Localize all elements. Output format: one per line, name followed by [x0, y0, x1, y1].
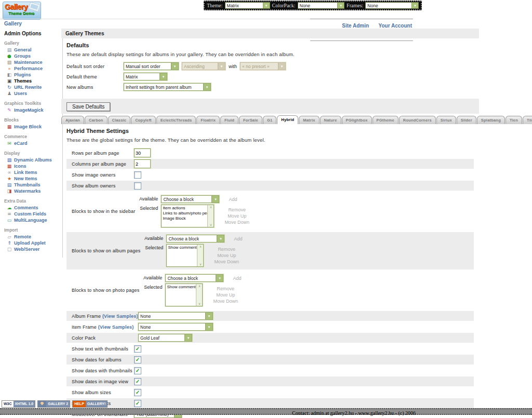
help-gallery-badge[interactable]: HELP GALLERY! — [72, 400, 108, 408]
sidebar-item-new-items[interactable]: ★New Items — [4, 176, 59, 182]
listbox-option[interactable]: Show comments — [168, 245, 196, 250]
move-up-button[interactable]: Move Up — [228, 213, 246, 219]
tab-floatrix[interactable]: Floatrix — [196, 116, 220, 124]
tab-splatbang[interactable]: Splatbang — [477, 116, 505, 124]
sidebar-item-upload-applet[interactable]: ⇑Upload Applet — [4, 240, 59, 246]
tab-forsale[interactable]: ForSale — [239, 116, 262, 124]
sidebar-item-dynamic-albums[interactable]: ▧Dynamic Albums — [4, 157, 59, 163]
color-pack-select[interactable]: Gold Leaf — [138, 334, 192, 342]
frames-select[interactable]: None — [365, 2, 419, 9]
gallery2-badge[interactable]: GALLERY 2 — [37, 400, 70, 408]
move-down-button[interactable]: Move Down — [224, 220, 249, 225]
sidebar-item-url-rewrite[interactable]: ↻URL Rewrite — [4, 84, 59, 90]
tab-g1[interactable]: G1 — [263, 116, 276, 124]
show-image-owners-checkbox[interactable] — [134, 171, 141, 179]
tab-roundcorners[interactable]: RoundCorners — [399, 116, 436, 124]
sidebar-item-watermarks[interactable]: ◨Watermarks — [4, 188, 59, 194]
selected-blocks-listbox[interactable]: Show comments — [165, 284, 203, 306]
move-up-button[interactable]: Move Up — [216, 292, 235, 298]
tab-fluid[interactable]: Fluid — [220, 116, 238, 124]
dropdown-arrow-icon — [171, 63, 178, 70]
site-admin-link[interactable]: Site Admin — [342, 23, 369, 29]
rows-per-page-input[interactable] — [134, 149, 151, 157]
sidebar-item-plugins[interactable]: ◧Plugins — [4, 72, 59, 78]
selected-blocks-listbox[interactable]: Show comments — [166, 244, 204, 267]
tab-tile[interactable]: Tile — [523, 116, 532, 124]
listbox-scrollbar[interactable] — [207, 205, 214, 227]
show-album-owners-checkbox[interactable] — [134, 182, 141, 190]
sidebar-item-custom-fields[interactable]: ≡Custom Fields — [4, 211, 59, 217]
add-button[interactable]: Add — [234, 235, 242, 241]
sidebar-item-multilanguage[interactable]: ▭MultiLanguage — [4, 217, 59, 223]
sidebar-item-comments[interactable]: ☁Comments — [4, 205, 59, 211]
sidebar-item-ecard[interactable]: ✉eCard — [4, 140, 59, 146]
show-dates-image-checkbox[interactable]: ✓ — [134, 378, 141, 385]
view-samples-link[interactable]: (View Samples) — [98, 325, 134, 330]
available-blocks-select[interactable]: Choose a block — [166, 235, 224, 242]
available-blocks-select[interactable]: Choose a block — [165, 274, 223, 282]
add-button[interactable]: Add — [233, 274, 241, 281]
sidebar-item-imagemagick[interactable]: ✎ImageMagick — [4, 107, 59, 113]
show-view-counts-checkbox[interactable]: ✓ — [134, 400, 141, 407]
save-defaults-button[interactable]: Save Defaults — [66, 102, 110, 111]
tab-nature[interactable]: Nature — [320, 116, 341, 124]
remove-button[interactable]: Remove — [217, 286, 234, 291]
available-blocks-select[interactable]: Choose a block — [161, 195, 219, 203]
sidebar-item-web-server[interactable]: ▢Web/Server — [4, 246, 59, 252]
view-samples-link[interactable]: (View Samples) — [102, 314, 138, 319]
listbox-scrollbar[interactable] — [197, 245, 203, 266]
sidebar-item-groups[interactable]: ●Groups — [4, 53, 59, 59]
tab-copyleft[interactable]: Copyleft — [131, 116, 156, 124]
listbox-option[interactable]: Show comments — [167, 285, 195, 290]
breadcrumb[interactable]: Gallery — [4, 21, 22, 26]
sidebar-item-general[interactable]: ▤General — [4, 47, 59, 53]
sidebar-item-image-block[interactable]: ▦Image Block — [4, 124, 59, 130]
tab-siriux[interactable]: Siriux — [436, 116, 456, 124]
tab-matrix[interactable]: Matrix — [299, 116, 319, 124]
selected-blocks-listbox[interactable]: Item actionsLinks to album/photo peersIm… — [161, 205, 214, 227]
listbox-scrollbar[interactable] — [196, 284, 202, 306]
tab-hybrid[interactable]: Hybrid — [277, 115, 298, 124]
album-frame-select[interactable]: None — [138, 312, 213, 320]
sidebar-item-themes[interactable]: ▣Themes — [4, 78, 59, 84]
tab-slider[interactable]: Slider — [457, 116, 476, 124]
add-button[interactable]: Add — [229, 195, 237, 202]
columns-per-page-input[interactable] — [134, 159, 151, 168]
your-account-link[interactable]: Your Account — [379, 23, 412, 29]
tab-ajaxian[interactable]: Ajaxian — [61, 116, 84, 124]
show-dates-albums-checkbox[interactable]: ✓ — [134, 356, 141, 363]
listbox-option[interactable]: Image Block — [163, 216, 206, 221]
tab-pglightbox[interactable]: PGlightbox — [342, 116, 372, 124]
sort-order-select[interactable]: Manual sort order — [124, 62, 179, 70]
remove-button[interactable]: Remove — [228, 207, 246, 212]
sidebar-item-link-items[interactable]: ∞Link Items — [4, 169, 59, 176]
move-down-button[interactable]: Move Down — [213, 299, 238, 304]
tab-eclecticthreads[interactable]: EclecticThreads — [156, 116, 196, 124]
sidebar-item-thumbnails[interactable]: ▤Thumbnails — [4, 182, 59, 188]
new-albums-select[interactable]: Inherit settings from parent album — [124, 83, 211, 91]
show-text-thumbs-checkbox[interactable]: ✓ — [134, 345, 141, 353]
sidebar-item-remote[interactable]: ▱Remote — [4, 234, 59, 240]
theme-select[interactable]: Matrix — [225, 2, 270, 9]
w3c-xhtml-badge[interactable]: W3C XHTML 1.0 — [2, 400, 35, 408]
sidebar-item-users[interactable]: ♟Users — [4, 90, 59, 97]
sidebar-item-icons[interactable]: ▦Icons — [4, 163, 59, 169]
tab-tien[interactable]: Tien — [506, 116, 522, 124]
sidebar-item-performance[interactable]: »Performance — [4, 65, 59, 72]
move-up-button[interactable]: Move Up — [217, 253, 236, 258]
move-down-button[interactable]: Move Down — [214, 259, 239, 264]
dropdown-arrow-icon — [218, 63, 225, 70]
tab-classic[interactable]: Classic — [108, 116, 131, 124]
listbox-option[interactable]: Links to album/photo peers — [163, 211, 206, 216]
show-dates-thumbs-checkbox[interactable]: ✓ — [134, 367, 141, 374]
tab-carbon[interactable]: Carbon — [85, 116, 107, 124]
tab-pgtheme[interactable]: PGtheme — [373, 116, 398, 124]
default-theme-select[interactable]: Matrix — [124, 73, 167, 80]
listbox-option[interactable]: Item actions — [163, 206, 206, 211]
show-album-sizes-checkbox[interactable]: ✓ — [134, 389, 141, 396]
colorpack-select[interactable]: None — [298, 2, 345, 9]
gallery-logo[interactable]: Gallery Theme Demo — [3, 2, 41, 20]
remove-button[interactable]: Remove — [218, 247, 235, 252]
sidebar-item-maintenance[interactable]: ▨Maintenance — [4, 59, 59, 65]
item-frame-select[interactable]: None — [138, 323, 213, 331]
